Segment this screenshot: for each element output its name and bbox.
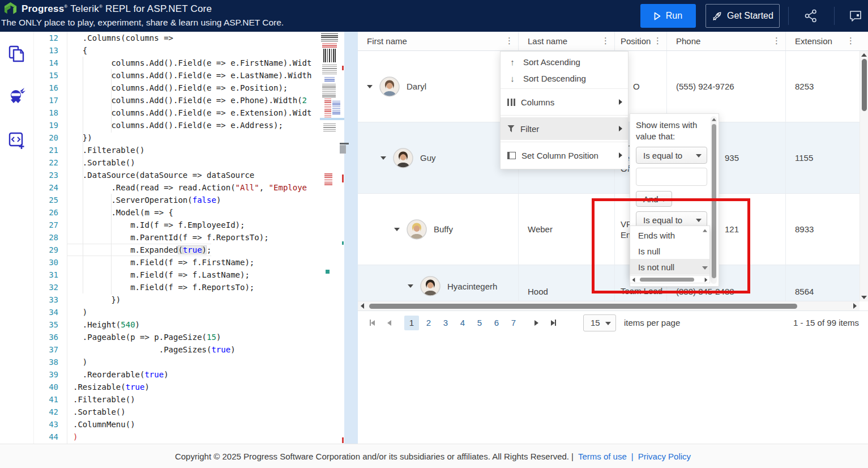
splitter-grip[interactable] xyxy=(340,143,349,155)
previous-page-button[interactable] xyxy=(380,316,397,330)
scroll-down-icon[interactable] xyxy=(861,296,867,299)
code-line: 31 m.Field(f => f.LastName); xyxy=(34,269,344,281)
code-text[interactable]: }) xyxy=(67,293,121,306)
filter-operator-dropdown-1[interactable]: Is equal to xyxy=(636,147,707,164)
ninja-mascot-button[interactable] xyxy=(8,86,26,105)
page-button-7[interactable]: 7 xyxy=(506,316,521,330)
column-menu-icon[interactable]: ⋮ xyxy=(846,36,855,46)
menu-item-set-column-position[interactable]: Set Column Position xyxy=(501,144,628,167)
scroll-right-icon[interactable] xyxy=(705,278,708,282)
code-text[interactable]: columns.Add().Field(e => e.Position); xyxy=(67,82,288,94)
code-text[interactable]: .DataSource(dataSource => dataSource xyxy=(67,169,254,181)
code-text[interactable]: m.Id(f => f.EmployeeId); xyxy=(67,219,245,231)
cell-extension: 8564 xyxy=(785,265,860,301)
filter-operator-option[interactable]: Is null xyxy=(630,243,709,259)
code-text[interactable]: }) xyxy=(67,131,92,144)
menu-item-columns[interactable]: Columns xyxy=(501,91,628,113)
code-text[interactable]: columns.Add().Field(e => e.FirstName).Wi… xyxy=(67,57,311,69)
page-button-5[interactable]: 5 xyxy=(472,316,487,330)
scroll-left-icon[interactable] xyxy=(632,278,635,282)
code-text[interactable]: ) xyxy=(67,431,78,443)
line-number: 41 xyxy=(34,393,67,406)
code-text[interactable]: columns.Add().Field(e => e.Phone).Width(… xyxy=(67,94,307,107)
share-button[interactable] xyxy=(802,8,819,24)
collapse-arrow-icon[interactable] xyxy=(408,284,413,288)
filter-logic-dropdown[interactable]: And xyxy=(636,191,672,207)
run-button[interactable]: Run xyxy=(640,4,696,28)
list-scroll-down-icon[interactable] xyxy=(702,266,708,270)
code-text[interactable]: m.ParentId(f => f.ReportsTo); xyxy=(67,231,269,244)
code-text[interactable]: .Reorderable(true) xyxy=(67,368,169,381)
column-menu-icon[interactable]: ⋮ xyxy=(601,36,610,46)
get-started-button[interactable]: Get Started xyxy=(705,4,780,28)
scroll-right-icon[interactable] xyxy=(853,303,857,309)
column-menu-icon[interactable]: ⋮ xyxy=(653,36,662,46)
code-text[interactable]: m.Field(f => f.LastName); xyxy=(67,269,250,281)
horizontal-scroll-thumb[interactable] xyxy=(369,304,797,309)
grid-vertical-scrollbar[interactable] xyxy=(860,51,868,301)
code-text[interactable]: ) xyxy=(67,306,87,318)
page-button-3[interactable]: 3 xyxy=(438,316,453,330)
operator-list-scroll-thumb[interactable] xyxy=(640,278,694,282)
pane-splitter[interactable] xyxy=(344,32,358,444)
last-page-button[interactable] xyxy=(545,316,562,330)
filter-operator-option[interactable]: Ends with xyxy=(630,227,709,243)
filter-value-input[interactable] xyxy=(636,168,707,186)
code-text[interactable]: columns.Add().Field(e => e.Address); xyxy=(67,119,283,131)
code-text[interactable]: .Read(read => read.Action("All", "Employ… xyxy=(67,181,307,194)
column-menu-icon[interactable]: ⋮ xyxy=(505,36,514,46)
code-text[interactable]: ) xyxy=(67,356,87,368)
code-text[interactable]: .Resizable(true) xyxy=(67,381,149,393)
code-editor[interactable]: 12 .Columns(columns =>13 {14 columns.Add… xyxy=(34,32,344,444)
code-line: 33 }) xyxy=(34,293,344,306)
filter-panel-scrollbar[interactable] xyxy=(711,116,717,284)
code-text[interactable]: m.Expanded(true); xyxy=(67,244,211,256)
code-text[interactable]: .PageSizes(true) xyxy=(67,343,236,356)
privacy-policy-link[interactable]: Privacy Policy xyxy=(638,452,691,461)
code-text[interactable]: { xyxy=(67,44,87,57)
copy-snippet-button[interactable] xyxy=(8,45,26,65)
collapse-arrow-icon[interactable] xyxy=(367,85,373,88)
code-text[interactable]: columns.Add().Field(e => e.LastName).Wid… xyxy=(67,69,311,82)
code-text[interactable]: columns.Add().Field(e => e.Extension).Wi… xyxy=(67,107,311,119)
page-button-6[interactable]: 6 xyxy=(489,316,504,330)
code-text[interactable]: .Height(540) xyxy=(67,318,140,331)
scroll-up-icon[interactable] xyxy=(712,118,716,121)
terms-of-use-link[interactable]: Terms of use xyxy=(578,452,627,461)
new-snippet-button[interactable] xyxy=(8,131,26,151)
code-text[interactable]: .ColumnMenu() xyxy=(67,418,135,431)
page-button-4[interactable]: 4 xyxy=(455,316,470,330)
table-row[interactable]: HyacintegerhHoodTeam Lead(888) 845-24888… xyxy=(358,265,868,301)
collapse-arrow-icon[interactable] xyxy=(394,228,400,231)
table-row[interactable]: BuffyWeberVP, Engineering1218933 xyxy=(358,194,868,265)
code-text[interactable]: m.Field(f => f.FirstName); xyxy=(67,256,254,269)
code-text[interactable]: .Sortable() xyxy=(67,156,135,169)
scroll-left-icon[interactable] xyxy=(361,303,364,309)
code-text[interactable]: .Sortable() xyxy=(67,406,126,418)
grid-horizontal-scrollbar[interactable] xyxy=(358,301,860,310)
code-text[interactable]: m.Field(f => f.ReportsTo); xyxy=(67,281,254,293)
next-page-button[interactable] xyxy=(528,316,545,330)
filter-panel-scroll-thumb[interactable] xyxy=(712,124,716,278)
page-size-dropdown[interactable]: 15 xyxy=(583,314,616,331)
code-text[interactable]: .Columns(columns => xyxy=(67,32,173,44)
page-button-1[interactable]: 1 xyxy=(404,316,419,330)
menu-item-sort-descending[interactable]: ↓Sort Descending xyxy=(501,70,628,87)
minimap[interactable] xyxy=(320,32,344,444)
code-text[interactable]: .Filterable() xyxy=(67,393,135,406)
code-text[interactable]: .Pageable(p => p.PageSize(15) xyxy=(67,331,221,343)
collapse-arrow-icon[interactable] xyxy=(380,156,386,160)
operator-list-horizontal-scrollbar[interactable] xyxy=(630,275,710,283)
code-text[interactable]: .Filterable() xyxy=(67,144,144,156)
scroll-up-icon[interactable] xyxy=(861,53,867,57)
filter-operator-option[interactable]: Is not null xyxy=(630,259,709,275)
menu-item-filter[interactable]: Filter xyxy=(501,117,628,140)
feedback-button[interactable] xyxy=(847,8,864,24)
menu-item-sort-ascending[interactable]: ↑Sort Ascending xyxy=(501,54,628,70)
first-page-button[interactable] xyxy=(364,316,380,330)
list-scroll-up-icon[interactable] xyxy=(703,229,707,232)
column-menu-icon[interactable]: ⋮ xyxy=(772,36,781,46)
code-text[interactable]: .ServerOperation(false) xyxy=(67,194,221,206)
vertical-scroll-thumb[interactable] xyxy=(862,59,867,111)
page-button-2[interactable]: 2 xyxy=(421,316,436,330)
